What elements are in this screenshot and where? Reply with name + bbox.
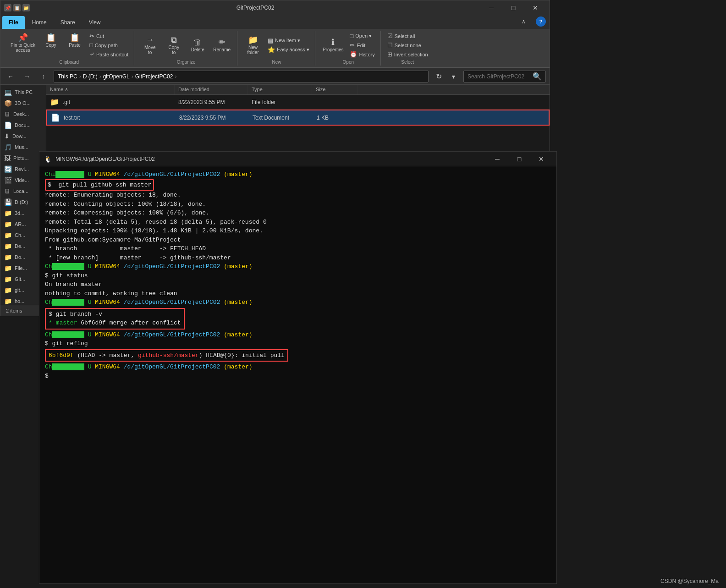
path-separator-3: ›	[132, 73, 133, 80]
paste-shortcut-button[interactable]: ⤶ Paste shortcut	[88, 50, 130, 59]
select-none-button[interactable]: ☐ Select none	[385, 41, 430, 49]
column-type[interactable]: Type	[248, 85, 312, 94]
title-bar: 📌 📋 📁 GitProjectPC02 ─ □ ✕	[0, 0, 550, 15]
folder-icon-gitl: 📁	[4, 286, 12, 294]
folder-icon-ch: 📁	[4, 231, 12, 239]
new-item-icon: ▤	[268, 37, 273, 44]
pictures-icon: 🖼	[4, 154, 11, 162]
path-part-d[interactable]: D (D:)	[83, 73, 98, 80]
easy-access-button[interactable]: ⭐ Easy access ▾	[266, 45, 311, 54]
path-dropdown-button[interactable]: ▾	[447, 70, 460, 83]
term-maximize-button[interactable]: □	[509, 152, 530, 166]
refresh-button[interactable]: ↻	[432, 70, 445, 83]
open-label: Open	[343, 60, 354, 65]
search-box[interactable]: 🔍	[463, 71, 546, 82]
term-minimize-button[interactable]: ─	[487, 152, 508, 166]
up-button[interactable]: ↑	[37, 70, 50, 83]
terminal-line-19: $ git reflog	[45, 339, 551, 348]
open-button[interactable]: □ Open ▾	[348, 32, 376, 40]
terminal-line-12: $ git status	[45, 271, 551, 280]
sidebar-item-downloads[interactable]: ⬇ Dow...	[0, 131, 46, 142]
open-icon: □	[350, 33, 353, 39]
terminal-line-17: * master 6bf6d9f merge after conflict	[49, 319, 181, 328]
terminal-line-9: * branch master -> FETCH_HEAD	[45, 244, 551, 253]
edit-button[interactable]: ✏ Edit	[348, 41, 376, 49]
tab-share[interactable]: Share	[54, 16, 82, 29]
copy-path-button[interactable]: □ Copy path	[88, 41, 130, 49]
folder-icon-git: 📁	[4, 275, 12, 283]
new-label: New	[272, 60, 281, 65]
copy-to-button[interactable]: ⧉ Copyto	[163, 34, 185, 57]
file-size-git	[312, 99, 358, 105]
pin-icon: 📌	[4, 4, 11, 11]
file-type-git: File folder	[248, 96, 312, 108]
sidebar-item-desktop[interactable]: 🖥 Desk...	[0, 109, 46, 120]
column-name[interactable]: Name ∧	[46, 85, 175, 94]
path-part-thispc[interactable]: This PC	[58, 73, 77, 80]
paste-button[interactable]: 📋 Paste	[64, 32, 86, 49]
tab-home[interactable]: Home	[26, 16, 53, 29]
search-icon: 🔍	[533, 72, 542, 81]
organize-label: Organize	[177, 60, 196, 65]
term-close-button[interactable]: ✕	[531, 152, 552, 166]
paste-shortcut-icon: ⤶	[89, 51, 94, 58]
watermark: CSDN @Sycamore_Ma	[660, 578, 719, 584]
select-all-button[interactable]: ☑ Select all	[385, 32, 430, 40]
sidebar-item-documents[interactable]: 📄 Docu...	[0, 120, 46, 131]
properties-icon: ℹ	[331, 38, 335, 46]
minimize-button[interactable]: ─	[481, 0, 502, 15]
ribbon-tabs: File Home Share View ∧ ?	[0, 15, 550, 29]
select-all-icon: ☑	[387, 33, 393, 39]
maximize-button[interactable]: □	[503, 0, 524, 15]
computer-icon: 💻	[4, 88, 12, 96]
folder-icon-git-item: 📁	[50, 98, 59, 106]
copy-button[interactable]: 📋 Copy	[40, 32, 62, 49]
file-row-git[interactable]: 📁 .git 8/22/2023 9:55 PM File folder	[46, 95, 550, 110]
terminal-line-2: $ git pull github-ssh master	[45, 179, 551, 191]
path-part-gitopengl[interactable]: gitOpenGL	[103, 73, 130, 80]
cut-button[interactable]: ✂ Cut	[88, 32, 130, 40]
videos-icon: 🎬	[4, 176, 12, 184]
folder-icon: 📁	[22, 4, 30, 11]
terminal-line-5: remote: Compressing objects: 100% (6/6),…	[45, 209, 551, 218]
properties-button[interactable]: ℹ Properties	[320, 36, 346, 54]
rename-icon: ✏	[219, 38, 226, 46]
invert-selection-button[interactable]: ⊞ Invert selection	[385, 50, 430, 59]
ribbon-collapse-button[interactable]: ∧	[513, 14, 534, 29]
new-item-button[interactable]: ▤ New item ▾	[266, 36, 311, 45]
sidebar-item-thispc[interactable]: 💻 This PC	[0, 87, 46, 98]
close-button[interactable]: ✕	[525, 0, 546, 15]
column-date[interactable]: Date modified	[175, 85, 248, 94]
tab-file[interactable]: File	[2, 16, 25, 29]
cut-icon: ✂	[89, 33, 94, 39]
folder-icon-ar: 📁	[4, 220, 12, 228]
back-button[interactable]: ←	[4, 70, 17, 83]
address-path[interactable]: This PC › D (D:) › gitOpenGL › GitProjec…	[54, 71, 429, 82]
address-bar: ← → ↑ This PC › D (D:) › gitOpenGL › Git…	[0, 68, 550, 85]
column-size[interactable]: Size	[312, 85, 358, 94]
move-to-button[interactable]: → Moveto	[139, 34, 161, 57]
file-date-testtxt: 8/22/2023 9:55 PM	[176, 112, 249, 124]
path-separator-2: ›	[99, 73, 101, 80]
terminal-line-16: $ git branch -v	[49, 310, 181, 319]
search-input[interactable]	[468, 73, 533, 80]
new-folder-icon: 📁	[248, 36, 258, 44]
history-button[interactable]: ⏰ History	[348, 50, 376, 59]
ribbon-content: 📌 Pin to Quickaccess 📋 Copy 📋 Paste ✂	[0, 29, 550, 68]
title-bar-icons: 📌 📋 📁	[4, 4, 30, 11]
terminal-body[interactable]: Chi████████ U MINGW64 /d/gitOpenGL/GitPr…	[39, 166, 556, 583]
drive-icon: 💾	[4, 198, 12, 206]
pin-quick-access-button[interactable]: 📌 Pin to Quickaccess	[8, 32, 38, 55]
txt-icon: 📄	[51, 113, 60, 122]
delete-button[interactable]: 🗑 Delete	[187, 36, 209, 54]
help-button[interactable]: ?	[536, 16, 546, 27]
edit-icon: ✏	[350, 42, 355, 49]
sidebar-item-3do[interactable]: 📦 3D O...	[0, 98, 46, 109]
file-row-testtxt[interactable]: 📄 test.txt 8/22/2023 9:55 PM Text Docume…	[46, 110, 550, 126]
tab-view[interactable]: View	[82, 16, 107, 29]
terminal-line-11: Ch█████████ U MINGW64 /d/gitOpenGL/GitPr…	[45, 262, 551, 271]
new-folder-button[interactable]: 📁 Newfolder	[242, 34, 264, 57]
forward-button[interactable]: →	[21, 70, 33, 83]
path-part-gitprojectpc02[interactable]: GitProjectPC02	[135, 73, 173, 80]
rename-button[interactable]: ✏ Rename	[210, 36, 233, 54]
